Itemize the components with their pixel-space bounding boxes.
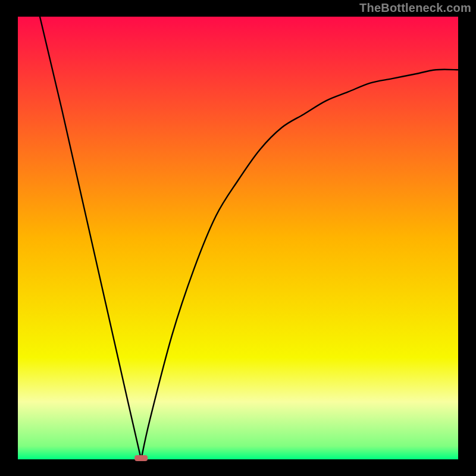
- watermark-text: TheBottleneck.com: [359, 1, 471, 15]
- chart-svg: [0, 0, 476, 476]
- chart-container: TheBottleneck.com: [0, 0, 476, 476]
- plot-background: [18, 17, 458, 459]
- minimum-marker: [134, 455, 148, 461]
